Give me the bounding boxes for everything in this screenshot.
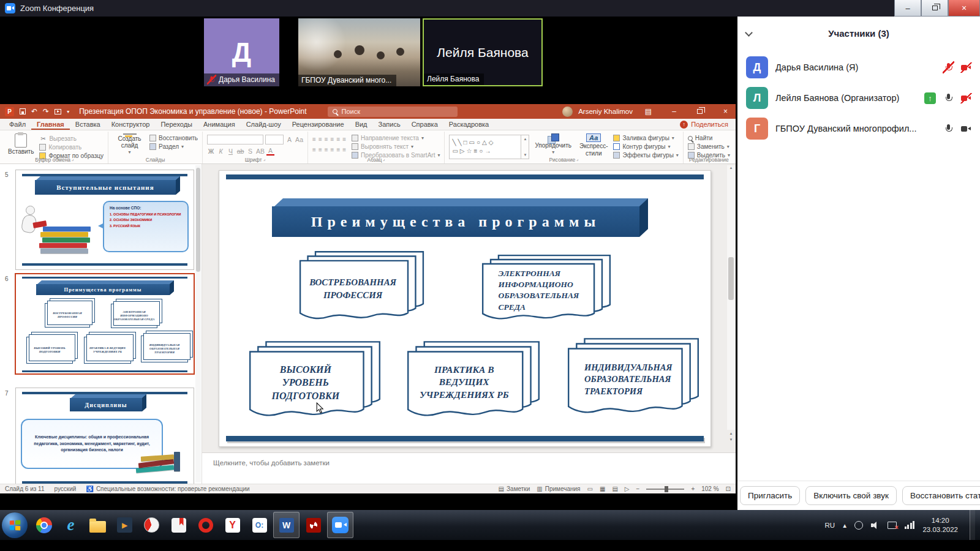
unmute-button[interactable]: Включить свой звук <box>805 486 897 505</box>
tab-home[interactable]: Главная <box>31 119 70 130</box>
zoom-in-button[interactable]: + <box>691 485 695 492</box>
acrobat-icon[interactable] <box>300 512 326 538</box>
internet-explorer-icon[interactable]: e <box>58 512 84 538</box>
participant-row[interactable]: Г ГБПОУ Дуванский многопрофил... <box>737 113 980 144</box>
character-spacing-button[interactable]: АВ <box>256 147 265 156</box>
next-slide-button[interactable]: ▾ <box>730 437 733 442</box>
zoom-out-button[interactable]: − <box>636 485 640 492</box>
slide-sorter-view-button[interactable]: ▦ <box>600 485 605 492</box>
shape-gallery[interactable]: ╲╲□▭○△◇ ▭▷☆≡○→ <box>449 135 521 159</box>
shrink-font-button[interactable]: Аа <box>295 135 303 144</box>
search-box[interactable]: Поиск <box>328 107 458 117</box>
tab-transitions[interactable]: Переходы <box>155 119 198 130</box>
dialog-launcher-icon[interactable]: › <box>575 157 580 162</box>
new-slide-button[interactable]: Создать слайд ▾ <box>113 133 146 156</box>
strikethrough-button[interactable]: ab <box>236 147 244 156</box>
notes-pane[interactable]: Щелкните, чтобы добавить заметки <box>202 452 736 484</box>
user-avatar[interactable] <box>562 107 573 117</box>
file-explorer-icon[interactable] <box>85 512 111 538</box>
ppt-restore-button[interactable] <box>690 104 710 119</box>
tab-animations[interactable]: Анимация <box>198 119 241 130</box>
text-shadow-button[interactable]: S <box>246 147 254 156</box>
shape-fill-button[interactable]: Заливка фигуры▾ <box>613 135 678 141</box>
align-text-button[interactable]: Выровнять текст▾ <box>352 143 440 150</box>
participant-row[interactable]: Д Дарья Василина (Я) <box>737 52 980 83</box>
reading-view-button[interactable]: ▤ <box>612 485 617 492</box>
scroll-up-icon[interactable]: ▴ <box>730 165 733 170</box>
paragraph-icons[interactable]: ≡≡≡≡≡≡ ≡≡≡≡≡≡ <box>312 133 349 156</box>
slide-title-banner[interactable]: Преимущества программы <box>272 206 639 237</box>
accessibility-status[interactable]: ♿ Специальные возможности: проверьте рек… <box>86 485 249 492</box>
slide-thumbnail-5[interactable]: Вступительные испытания На основе СПО: 1… <box>15 170 194 270</box>
tab-view[interactable]: Вид <box>350 119 373 130</box>
zoom-taskbar-icon[interactable] <box>327 512 353 538</box>
grow-font-button[interactable]: А <box>285 135 293 144</box>
comments-toggle[interactable]: ▥Примечания <box>537 485 580 492</box>
previous-slide-button[interactable]: ▴ <box>730 431 733 436</box>
tab-design[interactable]: Конструктор <box>106 119 156 130</box>
underline-button[interactable]: Ч <box>227 147 235 156</box>
language-indicator[interactable]: русский <box>55 485 77 492</box>
align-buttons-row[interactable]: ≡≡≡≡≡≡ <box>312 146 349 153</box>
video-tile-darya[interactable]: Д Дарья Василина <box>204 18 279 86</box>
video-tile-college[interactable]: ГБПОУ Дуванский много... <box>298 18 420 86</box>
section-button[interactable]: Раздел▾ <box>149 143 198 150</box>
scroll-up-icon[interactable]: ▴ <box>524 137 527 141</box>
text-direction-button[interactable]: Направление текста▾ <box>352 135 440 141</box>
replace-button[interactable]: Заменить▾ <box>688 143 730 150</box>
copy-button[interactable]: Копировать <box>39 144 104 151</box>
signal-bars-icon[interactable] <box>905 521 915 529</box>
slide-thumbnail-6-selected[interactable]: Преимущества программы ВОСТРЕБОВАННАЯ ПР… <box>15 273 195 375</box>
minimize-button[interactable]: – <box>894 0 921 17</box>
media-player-icon[interactable]: ▶ <box>111 512 138 538</box>
start-button[interactable] <box>2 512 28 538</box>
paste-button[interactable]: Вставить <box>6 133 36 156</box>
participant-row[interactable]: Л Лейля Баянова (Организатор) ↑ <box>737 83 980 113</box>
font-color-button[interactable]: А <box>266 147 274 156</box>
normal-view-button[interactable]: ▭ <box>587 485 593 492</box>
ppt-close-button[interactable]: × <box>715 104 736 119</box>
messenger-app-icon[interactable]: O: <box>246 512 273 538</box>
ribbon-display-options-icon[interactable]: ▤ <box>638 104 658 119</box>
font-size-input[interactable] <box>265 135 284 144</box>
start-slideshow-icon[interactable] <box>55 109 61 114</box>
zoom-slider[interactable] <box>646 489 684 490</box>
card-demanded-profession[interactable]: ВОСТРЕБОВАННАЯ ПРОФЕССИЯ <box>299 250 424 323</box>
tab-review[interactable]: Рецензирование <box>287 119 350 130</box>
user-name[interactable]: Arseniy Khalimov <box>578 108 633 115</box>
tab-insert[interactable]: Вставка <box>70 119 106 130</box>
arrange-button[interactable]: Упорядочить ▾ <box>532 133 574 156</box>
zoom-percentage[interactable]: 102 % <box>701 485 718 492</box>
scrollbar-thumb[interactable] <box>728 257 734 300</box>
restore-status-button[interactable]: Восстановить стату <box>902 486 980 505</box>
thumbnails-scrollbar[interactable] <box>195 165 201 482</box>
show-desktop-button[interactable] <box>970 510 975 540</box>
word-icon[interactable]: W <box>273 512 300 538</box>
redo-icon[interactable]: ↷ <box>43 108 49 115</box>
slideshow-view-button[interactable]: ▷ <box>625 485 630 492</box>
tab-file[interactable]: Файл <box>4 119 31 130</box>
list-buttons-row[interactable]: ≡≡≡≡≡≡ <box>312 136 349 143</box>
current-slide-canvas[interactable]: Преимущества программы ВОСТРЕБОВАННАЯ ПР… <box>219 170 711 447</box>
chrome-icon[interactable] <box>31 512 57 538</box>
fit-slide-button[interactable]: ⊡ <box>726 485 731 492</box>
find-button[interactable]: Найти <box>688 135 730 141</box>
bold-button[interactable]: Ж <box>207 147 215 156</box>
card-high-level-training[interactable]: ВЫСОКИЙ УРОВЕНЬ ПОДГОТОВКИ <box>249 340 381 420</box>
tab-slideshow[interactable]: Слайд-шоу <box>241 119 287 130</box>
ppt-minimize-button[interactable]: – <box>664 104 684 119</box>
qat-customize-icon[interactable]: ▾ <box>67 109 69 114</box>
yandex-search-icon[interactable]: Y <box>219 512 246 538</box>
zoom-slider-handle[interactable] <box>665 486 668 492</box>
notes-toggle[interactable]: ▤Заметки <box>499 485 530 492</box>
italic-button[interactable]: К <box>217 147 225 156</box>
share-button[interactable]: ↑ Поделиться <box>680 121 728 129</box>
slide-scrollbar[interactable]: ▴ <box>727 165 735 430</box>
dialog-launcher-icon[interactable]: › <box>262 157 267 162</box>
clock[interactable]: 14:20 23.03.2022 <box>922 516 958 534</box>
network-error-icon[interactable]: × <box>888 522 897 529</box>
slide-thumbnail-7[interactable]: Дисциплины Ключевые дисциплины: общая и … <box>15 388 194 484</box>
font-name-input[interactable] <box>207 135 263 144</box>
close-button[interactable]: × <box>948 0 980 17</box>
dialog-launcher-icon[interactable]: › <box>382 157 387 162</box>
